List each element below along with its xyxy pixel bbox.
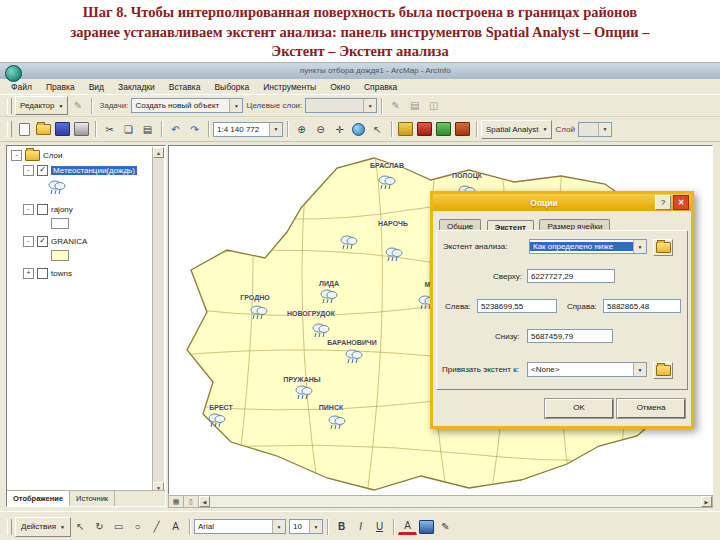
toc-item-rajony[interactable]: - rajony bbox=[23, 204, 73, 215]
print-icon[interactable] bbox=[72, 120, 91, 138]
undo-icon[interactable]: ↶ bbox=[166, 120, 185, 138]
underline-button[interactable]: U bbox=[370, 518, 389, 536]
chevron-down-icon[interactable]: ▼ bbox=[229, 99, 242, 112]
circle-tool-icon[interactable]: ○ bbox=[128, 518, 147, 536]
zoom-in-icon[interactable]: ⊕ bbox=[292, 120, 311, 138]
right-extent-field[interactable]: 5882865,48 bbox=[603, 299, 681, 313]
toolbox-icon[interactable] bbox=[453, 120, 472, 138]
expander-icon[interactable]: - bbox=[11, 150, 22, 161]
toc-item-meteostations[interactable]: - ✓ Метеостанции(дождь) bbox=[23, 165, 137, 176]
font-size-combo[interactable]: 10 ▼ bbox=[289, 519, 323, 534]
menu-bookmarks[interactable]: Закладки bbox=[111, 82, 162, 92]
window-titlebar[interactable]: пункты отбора дождя1 - ArcMap - ArcInfo bbox=[0, 63, 720, 79]
menu-insert[interactable]: Вставка bbox=[162, 82, 208, 92]
redo-icon[interactable]: ↷ bbox=[185, 120, 204, 138]
scroll-up-icon[interactable]: ▲ bbox=[153, 147, 164, 158]
expander-icon[interactable]: - bbox=[23, 236, 34, 247]
paste-icon[interactable]: ▤ bbox=[138, 120, 157, 138]
editor-menu-button[interactable]: Редактор ▼ bbox=[15, 96, 68, 115]
cancel-button[interactable]: Отмена bbox=[617, 399, 685, 418]
line-color-icon[interactable]: ✎ bbox=[436, 518, 455, 536]
menu-selection[interactable]: Выборка bbox=[207, 82, 256, 92]
toolbar-grip[interactable] bbox=[7, 98, 12, 114]
scroll-left-icon[interactable]: ◀ bbox=[199, 496, 210, 507]
menu-window[interactable]: Окно bbox=[323, 82, 357, 92]
sketch-tool-icon[interactable]: ✎ bbox=[68, 97, 87, 115]
checkbox-checked-icon[interactable]: ✓ bbox=[37, 236, 48, 247]
chevron-down-icon[interactable]: ▼ bbox=[633, 363, 646, 376]
checkbox-unchecked-icon[interactable] bbox=[37, 204, 48, 215]
scrollbar-track[interactable] bbox=[210, 496, 701, 507]
top-extent-field[interactable]: 6227727,29 bbox=[527, 269, 615, 283]
tab-display[interactable]: Отображение bbox=[7, 491, 70, 506]
bold-button[interactable]: B bbox=[332, 518, 351, 536]
dialog-titlebar[interactable]: Опции ? ✕ bbox=[433, 194, 691, 211]
add-data-icon[interactable] bbox=[396, 120, 415, 138]
menu-tools[interactable]: Инструменты bbox=[256, 82, 323, 92]
layout-view-icon[interactable]: ▯ bbox=[184, 496, 199, 507]
attributes-icon[interactable]: ▤ bbox=[405, 97, 424, 115]
help-button[interactable]: ? bbox=[655, 195, 671, 210]
pan-icon[interactable]: ✛ bbox=[330, 120, 349, 138]
menu-view[interactable]: Вид bbox=[82, 82, 111, 92]
bottom-extent-field[interactable]: 5687459,79 bbox=[527, 329, 613, 343]
toc-item-towns[interactable]: + towns bbox=[23, 268, 72, 279]
ok-button[interactable]: OK bbox=[545, 399, 613, 418]
snap-extent-combo[interactable]: <None> ▼ bbox=[527, 362, 647, 377]
left-extent-field[interactable]: 5238699,55 bbox=[477, 299, 557, 313]
open-folder-icon[interactable] bbox=[34, 120, 53, 138]
layer-combo[interactable]: ▼ bbox=[578, 122, 612, 137]
toc-scrollbar[interactable]: ▲ ▼ bbox=[152, 147, 164, 493]
italic-button[interactable]: I bbox=[351, 518, 370, 536]
drawing-menu-button[interactable]: Действия ▼ bbox=[15, 517, 71, 537]
chevron-down-icon[interactable]: ▼ bbox=[633, 240, 646, 253]
chevron-down-icon[interactable]: ▼ bbox=[363, 99, 376, 112]
table-icon[interactable] bbox=[434, 120, 453, 138]
expander-icon[interactable]: - bbox=[23, 165, 34, 176]
rotate-icon[interactable]: ↻ bbox=[90, 518, 109, 536]
checkbox-unchecked-icon[interactable] bbox=[37, 268, 48, 279]
browse-snap-button[interactable] bbox=[653, 362, 673, 379]
rajony-swatch[interactable] bbox=[51, 218, 69, 229]
new-document-icon[interactable] bbox=[15, 120, 34, 138]
analysis-extent-combo[interactable]: Как определено ниже ▼ bbox=[529, 239, 647, 254]
rectangle-tool-icon[interactable]: ▭ bbox=[109, 518, 128, 536]
spatial-analyst-menu-button[interactable]: Spatial Analyst ▼ bbox=[481, 120, 552, 139]
zoom-out-icon[interactable]: ⊖ bbox=[311, 120, 330, 138]
browse-extent-button[interactable] bbox=[653, 239, 673, 256]
select-arrow-icon[interactable]: ↖ bbox=[368, 120, 387, 138]
target-layer-combo[interactable]: ▼ bbox=[305, 98, 377, 113]
granica-swatch[interactable] bbox=[51, 250, 69, 261]
data-view-icon[interactable]: ▦ bbox=[169, 496, 184, 507]
menu-edit[interactable]: Правка bbox=[39, 82, 82, 92]
expander-icon[interactable]: + bbox=[23, 268, 34, 279]
toolbar-grip[interactable] bbox=[7, 121, 12, 137]
chevron-down-icon[interactable]: ▼ bbox=[269, 123, 282, 136]
full-extent-icon[interactable] bbox=[349, 120, 368, 138]
map-horizontal-scrollbar[interactable]: ▦ ▯ ◀ ▶ bbox=[168, 495, 713, 508]
chevron-down-icon[interactable]: ▼ bbox=[309, 520, 322, 533]
cut-icon[interactable]: ✂ bbox=[100, 120, 119, 138]
scale-combo[interactable]: 1:4 140 772 ▼ bbox=[213, 122, 283, 137]
fill-color-icon[interactable] bbox=[417, 518, 436, 536]
expander-icon[interactable]: - bbox=[23, 204, 34, 215]
task-combo[interactable]: Создать новый объект ▼ bbox=[131, 98, 243, 113]
edit-vertices-icon[interactable]: ✎ bbox=[386, 97, 405, 115]
copy-icon[interactable]: ❏ bbox=[119, 120, 138, 138]
text-tool-icon[interactable]: A bbox=[166, 518, 185, 536]
menu-file[interactable]: Файл bbox=[4, 82, 39, 92]
close-icon[interactable]: ✕ bbox=[673, 195, 689, 210]
scroll-right-icon[interactable]: ▶ bbox=[701, 496, 712, 507]
sketch-properties-icon[interactable]: ◫ bbox=[424, 97, 443, 115]
save-icon[interactable] bbox=[53, 120, 72, 138]
tab-source[interactable]: Источник bbox=[70, 491, 115, 506]
toc-item-granica[interactable]: - ✓ GRANICA bbox=[23, 236, 87, 247]
font-combo[interactable]: Arial ▼ bbox=[194, 519, 286, 534]
chevron-down-icon[interactable]: ▼ bbox=[272, 520, 285, 533]
line-tool-icon[interactable]: ╱ bbox=[147, 518, 166, 536]
checkbox-checked-icon[interactable]: ✓ bbox=[37, 165, 48, 176]
toolbar-grip[interactable] bbox=[7, 519, 12, 535]
editor-tool-icon[interactable] bbox=[415, 120, 434, 138]
menu-help[interactable]: Справка bbox=[357, 82, 404, 92]
chevron-down-icon[interactable]: ▼ bbox=[598, 123, 611, 136]
